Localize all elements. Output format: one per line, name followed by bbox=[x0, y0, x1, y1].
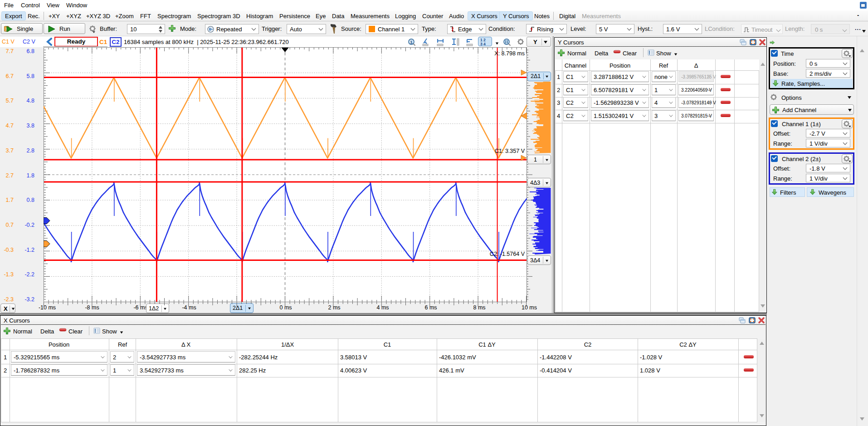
svg-text:C2: -1.5764 V: C2: -1.5764 V bbox=[490, 251, 525, 257]
svg-text:1: 1 bbox=[410, 40, 412, 44]
svg-text:C1: 3.357 V: C1: 3.357 V bbox=[495, 148, 525, 154]
svg-text:X: 8.798 ms: X: 8.798 ms bbox=[494, 50, 525, 57]
